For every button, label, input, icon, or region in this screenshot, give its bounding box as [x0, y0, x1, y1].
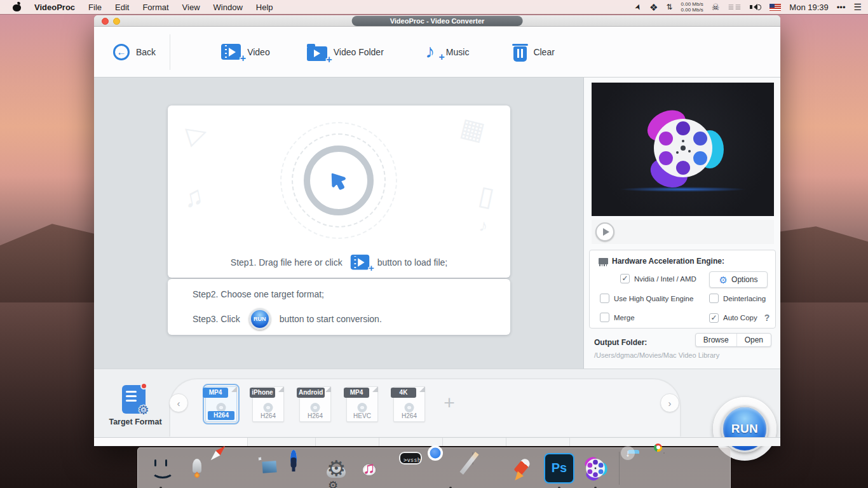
deinterlacing-checkbox[interactable]: [709, 294, 719, 303]
equalizer-icon-dim[interactable]: ≣≣: [728, 3, 742, 11]
menu-clock[interactable]: Mon 19:39: [789, 3, 828, 12]
us-flag-icon[interactable]: [770, 4, 781, 11]
photoshop-icon: Ps: [544, 453, 574, 484]
autocopy-checkbox-row[interactable]: ✓ Auto Copy ?: [709, 313, 770, 323]
deinterlacing-label: Deinterlacing: [723, 295, 766, 302]
cpu-chip-icon: [599, 258, 608, 264]
logo-glow: [619, 187, 747, 192]
format-chip-android[interactable]: Android H264: [299, 386, 331, 422]
open-button[interactable]: Open: [736, 334, 771, 346]
dropbox-icon[interactable]: ❖: [649, 3, 658, 12]
format-chip-mp4-hevc[interactable]: MP4 HEVC: [346, 386, 378, 422]
menu-item-view[interactable]: View: [182, 3, 200, 12]
dock-item-trash[interactable]: [700, 453, 731, 484]
dock-item-downloads[interactable]: [628, 453, 658, 484]
menu-item-edit[interactable]: Edit: [115, 3, 129, 12]
load-file-icon[interactable]: [350, 255, 369, 270]
back-button[interactable]: Back: [113, 44, 156, 60]
dock-item-system-preferences[interactable]: [327, 453, 357, 484]
deinterlacing-checkbox-row[interactable]: Deinterlacing: [709, 294, 766, 303]
dock-separator: [619, 452, 620, 485]
dock-item-safari[interactable]: [218, 453, 248, 484]
add-video-button[interactable]: Video: [221, 44, 270, 60]
dock-item-finder[interactable]: [146, 453, 176, 484]
menu-item-format[interactable]: Format: [142, 3, 168, 12]
merge-checkbox[interactable]: [600, 313, 609, 322]
browse-button[interactable]: Browse: [696, 334, 736, 346]
options-button[interactable]: Options: [709, 271, 768, 288]
dock-item-itunes[interactable]: [363, 453, 393, 484]
dock-item-rocket-app[interactable]: [508, 453, 538, 484]
net-down: 0.00 Mb/s: [681, 7, 703, 13]
step1-text: Step1. Drag file here or click: [231, 257, 342, 268]
drop-zone[interactable]: ▷ ♫ ▦ ▯ ♪ Step1. Drag file here o: [168, 105, 510, 278]
dock-item-mail[interactable]: [254, 453, 285, 484]
add-music-button[interactable]: Music: [421, 43, 470, 61]
music-doodle-icon: ♫: [180, 180, 206, 214]
add-format-button[interactable]: +: [440, 395, 458, 412]
music-label: Music: [446, 47, 470, 57]
window-title: VideoProc - Video Converter: [352, 16, 523, 26]
dock: >vssh Ps: [137, 447, 731, 488]
menu-app-name[interactable]: VideoProc: [34, 3, 75, 12]
dock-item-textedit[interactable]: [471, 453, 502, 484]
volume-icon[interactable]: [750, 4, 761, 10]
format-chip-mp4-h264[interactable]: MP4 H264: [205, 386, 237, 422]
hq-engine-checkbox-row[interactable]: Use High Quality Engine: [600, 294, 693, 303]
play-button[interactable]: [595, 222, 614, 241]
format-name: MP4: [344, 388, 369, 398]
autocopy-checkbox[interactable]: ✓: [709, 313, 719, 323]
add-video-folder-button[interactable]: Video Folder: [307, 43, 384, 61]
hardware-acceleration-box: Hardware Acceleration Engine: ✓ Nvidia /…: [589, 250, 776, 329]
network-speed[interactable]: 0.00 Mb/s 0.00 Mb/s: [681, 1, 703, 13]
dock-item-launchpad[interactable]: [182, 453, 212, 484]
format-chip-4k[interactable]: 4K H264: [393, 386, 425, 422]
video-folder-plus-icon: [307, 46, 327, 61]
next-formats-button[interactable]: [660, 393, 679, 412]
format-codec: H264: [252, 412, 284, 419]
main-area: ▷ ♫ ▦ ▯ ♪ Step1. Drag file here o: [94, 78, 583, 369]
video-label: Video: [247, 47, 270, 57]
skull-status-icon[interactable]: ☠: [712, 3, 720, 11]
format-category-tab[interactable]: [248, 438, 316, 446]
step2-text: Step2. Choose one target format;: [193, 289, 510, 299]
merge-checkbox-row[interactable]: Merge: [600, 313, 635, 322]
dock-item-1password[interactable]: [290, 453, 321, 484]
dock-item-terminal[interactable]: >vssh: [399, 453, 430, 484]
notification-center-icon[interactable]: ☰: [853, 3, 862, 11]
dock-item-screenshot[interactable]: [664, 453, 695, 484]
hq-engine-checkbox[interactable]: [600, 294, 609, 303]
film-reel-icon: [358, 403, 367, 412]
pointer-status-icon[interactable]: ➤: [634, 3, 643, 11]
sync-arrows-icon[interactable]: ⇅: [666, 3, 672, 11]
prev-formats-button[interactable]: [169, 393, 188, 412]
film-reel-icon: [311, 403, 320, 412]
menu-item-window[interactable]: Window: [214, 3, 243, 12]
format-category-tab[interactable]: [443, 438, 506, 446]
apple-menu-icon[interactable]: [13, 3, 21, 11]
autocopy-label: Auto Copy: [723, 314, 757, 322]
close-window-button[interactable]: [102, 18, 109, 25]
nvidia-checkbox-row[interactable]: ✓ Nvidia / Intel / AMD: [620, 274, 696, 283]
1password-icon: [290, 450, 297, 467]
preview-controls: [592, 220, 774, 244]
minimize-window-button[interactable]: [113, 18, 120, 25]
target-format-icon[interactable]: [122, 385, 146, 414]
menu-item-help[interactable]: Help: [256, 3, 273, 12]
nvidia-label: Nvidia / Intel / AMD: [634, 275, 696, 283]
format-codec: H264: [299, 412, 331, 419]
dock-item-chrome[interactable]: [435, 453, 466, 484]
format-chip-iphone[interactable]: iPhone H264: [252, 386, 284, 422]
nvidia-checkbox[interactable]: ✓: [620, 274, 630, 283]
menu-item-file[interactable]: File: [88, 3, 102, 12]
dock-item-photoshop[interactable]: Ps: [544, 453, 574, 484]
more-dots-icon[interactable]: •••: [837, 3, 846, 11]
format-category-tab[interactable]: [506, 438, 570, 446]
dock-item-videoproc[interactable]: [580, 453, 611, 484]
clear-button[interactable]: Clear: [513, 43, 554, 62]
net-up: 0.00 Mb/s: [681, 1, 703, 7]
format-category-tab[interactable]: [316, 438, 379, 446]
format-category-tab[interactable]: [570, 438, 780, 446]
title-bar[interactable]: VideoProc - Video Converter: [94, 15, 780, 27]
help-icon[interactable]: ?: [764, 313, 770, 323]
